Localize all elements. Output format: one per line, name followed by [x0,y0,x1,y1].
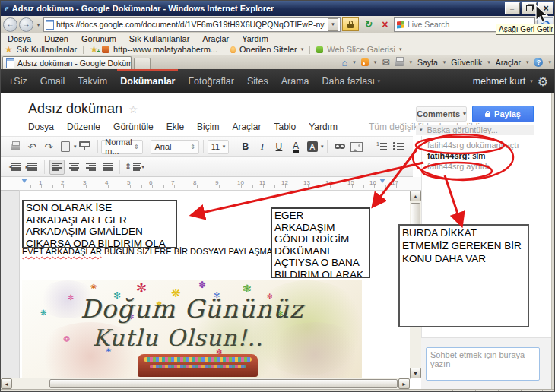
title-bar[interactable]: e Adsız doküman - Google Dokümanlar - Wi… [1,1,555,16]
indent-decrease-icon[interactable] [8,160,23,175]
favorites-button[interactable]: Sık Kullanılanlar [17,45,78,54]
new-tab-button[interactable] [134,58,151,70]
gbar-dokumanlar[interactable]: Dokümanlar [120,69,175,93]
scroll-left-button[interactable]: ◄ [1,378,12,389]
drawing-text-box-3[interactable]: BURDA DİKKAT ETMEMİZ GEREKEN BİR KONU DA… [398,224,529,327]
suggested-sites-button[interactable]: Önerilen Siteler [239,45,297,54]
chevron-down-icon[interactable] [141,164,144,170]
docs-menu-goruntule[interactable]: Görüntüle [113,122,154,132]
paste-icon[interactable] [58,139,73,154]
scroll-down-button[interactable]: ▼ [410,368,421,378]
docs-menu-duzenle[interactable]: Düzenle [67,122,100,132]
rss-feed-icon[interactable] [361,58,369,66]
gbar-arama[interactable]: Arama [281,69,309,93]
chevron-down-icon[interactable] [548,59,551,65]
comments-button[interactable]: Comments [416,106,467,122]
menu-sik-kullanilanlar[interactable]: Sık Kullanılanlar [129,34,190,43]
docs-menu-araclar[interactable]: Araçlar [232,122,261,132]
menu-duzen[interactable]: Düzen [44,34,68,43]
insert-link-icon[interactable] [332,139,347,154]
web-slice-button[interactable]: Web Slice Galerisi [327,45,395,54]
docs-menu-tablo[interactable]: Tablo [274,122,296,132]
menu-yardim[interactable]: Yardım [242,34,268,43]
bold-icon[interactable] [238,139,253,154]
gbar-user-menu[interactable]: mehmet kurt [473,69,548,93]
favorite-site-link[interactable]: http--www.malatyahaberm... [113,45,217,54]
menu-gorunum[interactable]: Görünüm [81,34,116,43]
scroll-up-button[interactable]: ▲ [410,191,421,201]
back-button[interactable] [3,17,17,32]
home-icon[interactable] [341,57,347,68]
chevron-down-icon[interactable] [321,144,324,150]
view-mode-dropdown[interactable]: Başka görüntüley... [416,125,534,135]
align-right-icon[interactable] [83,160,98,175]
tab-active[interactable]: Adsız doküman - Google Dokümanlar [2,56,132,69]
security-menu-button[interactable]: Güvenlik [451,58,482,67]
add-favorite-icon[interactable] [90,45,98,54]
text-color-icon[interactable] [293,141,299,153]
birthday-image[interactable]: Doğum Gününüz Kutlu Olsun!.. [22,280,362,378]
align-justify-icon[interactable] [100,160,115,175]
drawing-text-box-2[interactable]: EGER ARKADAŞIM GÖNDERDİGİM DÖKÜMANI AÇTI… [271,207,370,278]
gbar-daha-fazlasi[interactable]: Daha fazlası [322,69,380,93]
redo-icon[interactable] [41,139,56,154]
tools-menu-button[interactable]: Araçlar [496,58,521,67]
scrollbar-thumb[interactable] [49,379,398,388]
share-button[interactable]: Paylaş [472,106,534,122]
document-title[interactable]: Adsız doküman [28,101,138,117]
mail-icon[interactable] [382,57,389,68]
gear-icon[interactable] [538,74,548,89]
align-center-icon[interactable] [66,160,81,175]
undo-icon[interactable] [24,139,40,154]
document-horizontal-scrollbar[interactable]: ◄ ► [1,378,410,389]
gbar-takvim[interactable]: Takvim [78,69,107,93]
stop-button[interactable] [377,17,392,31]
chevron-down-icon[interactable] [74,144,77,150]
italic-icon[interactable] [255,139,270,154]
refresh-button[interactable] [360,17,376,31]
print-icon[interactable] [8,139,23,154]
url-input[interactable] [56,20,325,29]
star-icon[interactable] [128,103,138,115]
restore-button[interactable] [522,2,537,14]
styles-dropdown[interactable]: Normal m... [101,140,142,154]
chevron-down-icon[interactable] [526,59,529,65]
close-button[interactable] [538,2,553,14]
line-spacing-icon[interactable] [125,160,141,175]
font-size-dropdown[interactable]: 11 [208,140,229,154]
highlight-color-icon[interactable] [305,139,320,154]
history-dropdown-icon[interactable] [35,18,42,30]
indent-increase-icon[interactable] [24,160,40,175]
forward-button[interactable] [19,17,33,32]
ruler[interactable]: 1234567891011121314151617 [1,177,421,191]
drawing-text-box-1[interactable]: SON OLARAK İSE ARKADAŞLAR EGER ARKADAŞIM… [22,200,177,248]
gbar-plus-siz[interactable]: +Siz [8,69,27,93]
chevron-down-icon[interactable] [443,59,446,65]
insert-image-icon[interactable] [349,139,364,154]
docs-menu-yardim[interactable]: Yardım [309,122,338,132]
font-dropdown[interactable]: Arial [151,140,199,154]
indent-marker-right[interactable] [379,179,385,186]
chat-input[interactable] [426,347,540,381]
chevron-down-icon[interactable] [487,59,490,65]
scroll-right-button[interactable]: ► [398,378,410,389]
minimize-button[interactable] [505,2,520,14]
docs-menu-bicim[interactable]: Biçim [197,122,219,132]
menu-araclar[interactable]: Araçlar [202,34,229,43]
print-icon[interactable] [395,59,404,66]
page-menu-button[interactable]: Sayfa [417,58,438,67]
underline-icon[interactable] [271,139,287,154]
chevron-down-icon[interactable] [301,46,304,52]
help-icon[interactable] [534,58,543,67]
chevron-down-icon[interactable] [399,46,402,52]
docs-menu-dosya[interactable]: Dosya [28,122,54,132]
indent-marker-left[interactable] [21,179,27,186]
align-left-icon[interactable] [49,160,65,175]
paint-format-icon[interactable] [78,139,93,154]
bulleted-list-icon[interactable] [391,139,406,154]
docs-menu-ekle[interactable]: Ekle [166,122,184,132]
url-dropdown-button[interactable] [328,18,338,31]
gbar-sites[interactable]: Sites [247,69,268,93]
chevron-down-icon[interactable] [353,59,356,65]
chevron-down-icon[interactable] [409,59,412,65]
